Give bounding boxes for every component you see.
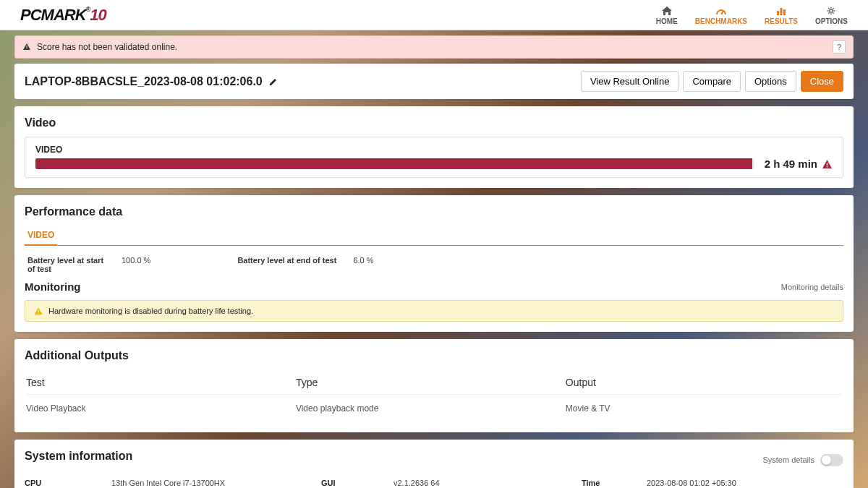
gear-icon bbox=[825, 5, 837, 17]
svg-rect-1 bbox=[777, 11, 779, 15]
sysinfo-grid: CPU13th Gen Intel Core i7-13700HX GUIv2.… bbox=[25, 479, 843, 488]
svg-rect-10 bbox=[38, 312, 38, 313]
monitoring-heading: Monitoring bbox=[25, 281, 80, 293]
sysinfo-heading: System information bbox=[25, 450, 132, 463]
performance-heading: Performance data bbox=[25, 205, 843, 218]
chart-icon bbox=[775, 5, 787, 17]
svg-rect-6 bbox=[26, 48, 27, 49]
warning-icon bbox=[822, 159, 833, 169]
table-row: Video Playback Video playback mode Movie… bbox=[26, 396, 842, 421]
home-icon bbox=[661, 5, 673, 17]
video-bar bbox=[35, 158, 754, 169]
compare-button[interactable]: Compare bbox=[683, 71, 740, 92]
monitoring-details-link[interactable]: Monitoring details bbox=[781, 283, 843, 291]
batt-start-label: Battery level at start of test bbox=[27, 256, 107, 273]
col-output: Output bbox=[566, 371, 842, 395]
gauge-icon bbox=[715, 5, 727, 17]
sysinfo-details-label: System details bbox=[762, 455, 814, 464]
nav-options[interactable]: OPTIONS bbox=[815, 5, 848, 25]
video-heading: Video bbox=[25, 116, 843, 129]
nav-results[interactable]: RESULTS bbox=[765, 5, 798, 25]
svg-rect-8 bbox=[827, 166, 827, 167]
edit-icon[interactable] bbox=[268, 77, 278, 87]
video-label: VIDEO bbox=[35, 145, 833, 155]
batt-start-value: 100.0 % bbox=[122, 256, 150, 265]
sysinfo-card: System information System details CPU13t… bbox=[14, 440, 854, 488]
outputs-card: Additional Outputs Test Type Output Vide… bbox=[14, 339, 854, 432]
monitoring-warning: Hardware monitoring is disabled during b… bbox=[25, 300, 843, 322]
sysinfo-details-toggle[interactable] bbox=[820, 454, 843, 466]
svg-rect-5 bbox=[26, 46, 27, 48]
svg-rect-9 bbox=[38, 309, 38, 312]
video-time: 2 h 49 min bbox=[765, 158, 833, 170]
svg-rect-7 bbox=[827, 163, 827, 166]
topbar: PCMARK®10 HOME BENCHMARKS RESULTS OPTION… bbox=[0, 0, 868, 30]
logo: PCMARK®10 bbox=[20, 6, 106, 25]
batt-end-value: 6.0 % bbox=[353, 256, 373, 265]
close-button[interactable]: Close bbox=[801, 71, 843, 92]
nav-options-label: OPTIONS bbox=[815, 17, 848, 25]
nav-home-label: HOME bbox=[656, 17, 678, 25]
svg-rect-3 bbox=[783, 9, 786, 15]
svg-rect-2 bbox=[780, 8, 783, 15]
col-test: Test bbox=[26, 371, 294, 395]
batt-end-label: Battery level at end of test bbox=[237, 256, 339, 265]
performance-card: Performance data VIDEO Battery level at … bbox=[14, 195, 854, 332]
tab-video[interactable]: VIDEO bbox=[25, 226, 57, 246]
nav: HOME BENCHMARKS RESULTS OPTIONS bbox=[656, 5, 848, 25]
warning-icon bbox=[34, 307, 43, 315]
col-type: Type bbox=[296, 371, 564, 395]
alert-text: Score has not been validated online. bbox=[37, 42, 177, 52]
result-title: LAPTOP-8BBACSLE_2023-08-08 01:02:06.0 bbox=[25, 75, 278, 88]
options-button[interactable]: Options bbox=[745, 71, 796, 92]
titlebar: LAPTOP-8BBACSLE_2023-08-08 01:02:06.0 Vi… bbox=[14, 64, 854, 99]
outputs-table: Test Type Output Video Playback Video pl… bbox=[25, 369, 843, 422]
warning-icon bbox=[22, 43, 31, 51]
alert-help-button[interactable]: ? bbox=[833, 40, 846, 53]
svg-point-4 bbox=[830, 9, 833, 12]
validation-alert: Score has not been validated online. ? bbox=[14, 35, 854, 59]
nav-benchmarks-label: BENCHMARKS bbox=[695, 17, 747, 25]
nav-benchmarks[interactable]: BENCHMARKS bbox=[695, 5, 747, 25]
monitoring-warning-text: Hardware monitoring is disabled during b… bbox=[48, 307, 253, 315]
outputs-heading: Additional Outputs bbox=[25, 349, 843, 362]
nav-results-label: RESULTS bbox=[765, 17, 798, 25]
video-card: Video VIDEO 2 h 49 min bbox=[14, 106, 854, 188]
svg-line-0 bbox=[721, 11, 723, 14]
view-online-button[interactable]: View Result Online bbox=[581, 71, 679, 92]
nav-home[interactable]: HOME bbox=[656, 5, 678, 25]
